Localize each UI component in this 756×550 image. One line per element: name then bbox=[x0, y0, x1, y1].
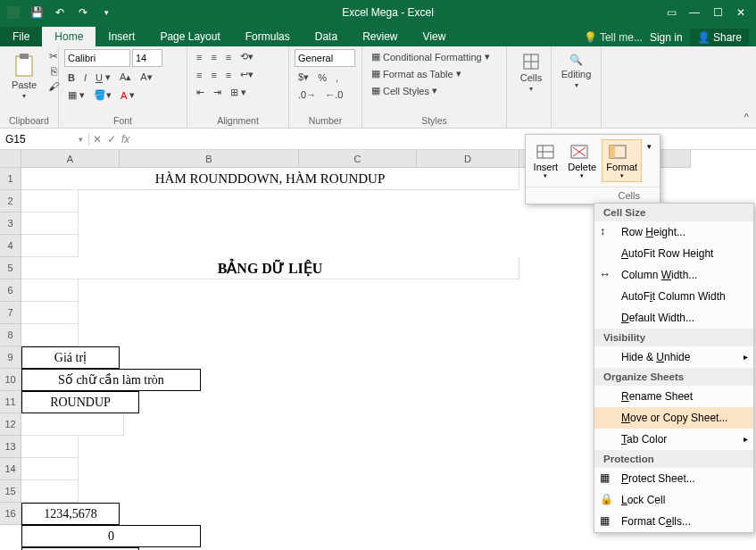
menu-autofit-col[interactable]: AutoFit Column Width bbox=[594, 286, 753, 307]
cell[interactable] bbox=[21, 235, 79, 257]
align-center-icon[interactable]: ≡ bbox=[207, 68, 220, 82]
delete-cells-button[interactable]: Delete▾ bbox=[564, 140, 600, 181]
cell[interactable]: Giá trị bbox=[21, 346, 120, 369]
tab-data[interactable]: Data bbox=[303, 27, 350, 46]
paste-button[interactable]: Paste ▾ bbox=[5, 49, 43, 104]
row-header[interactable]: 7 bbox=[0, 302, 21, 324]
comma-icon[interactable]: , bbox=[332, 71, 342, 85]
cells-dropdown[interactable]: Cells▾ bbox=[512, 49, 550, 96]
row-header[interactable]: 9 bbox=[0, 346, 21, 369]
tab-home[interactable]: Home bbox=[42, 27, 96, 46]
italic-button[interactable]: I bbox=[80, 71, 90, 85]
currency-icon[interactable]: $▾ bbox=[295, 70, 312, 85]
cell[interactable]: Số chữ cần làm tròn bbox=[21, 369, 201, 391]
menu-row-height[interactable]: ↕Row Height... bbox=[594, 221, 753, 243]
menu-column-width[interactable]: ↔Column Width... bbox=[594, 264, 753, 286]
bold-button[interactable]: B bbox=[64, 71, 79, 85]
percent-icon[interactable]: % bbox=[314, 71, 330, 85]
cell[interactable]: 0 bbox=[21, 525, 201, 547]
fill-color-button[interactable]: 🪣▾ bbox=[90, 88, 115, 103]
signin[interactable]: Sign in bbox=[650, 31, 683, 44]
cell[interactable] bbox=[21, 480, 79, 503]
redo-icon[interactable]: ↷ bbox=[73, 3, 93, 22]
underline-button[interactable]: U ▾ bbox=[92, 70, 114, 85]
menu-default-width[interactable]: Default Width... bbox=[594, 307, 753, 329]
enter-formula-icon[interactable]: ✓ bbox=[107, 133, 116, 146]
font-size-select[interactable] bbox=[132, 49, 162, 67]
undo-icon[interactable]: ↶ bbox=[50, 3, 70, 22]
col-header[interactable]: A bbox=[21, 150, 120, 168]
merge-button[interactable]: ⊞ ▾ bbox=[227, 85, 250, 100]
fx-icon[interactable]: fx bbox=[121, 133, 129, 146]
cell[interactable]: ROUNDUP bbox=[21, 391, 139, 413]
save-icon[interactable]: 💾 bbox=[27, 3, 46, 22]
dec-indent-icon[interactable]: ⇤ bbox=[193, 85, 208, 100]
row-header[interactable]: 1 bbox=[0, 168, 21, 190]
tab-pagelayout[interactable]: Page Layout bbox=[147, 27, 232, 46]
font-shrink-icon[interactable]: A▾ bbox=[137, 70, 155, 85]
font-name-select[interactable] bbox=[64, 49, 130, 67]
row-header[interactable]: 10 bbox=[0, 369, 21, 391]
align-right-icon[interactable]: ≡ bbox=[222, 68, 235, 82]
cell[interactable] bbox=[21, 436, 79, 458]
collapse-ribbon-icon[interactable]: ^ bbox=[741, 110, 752, 124]
share-button[interactable]: 👤 Share bbox=[690, 29, 749, 46]
font-color-button[interactable]: A▾ bbox=[117, 88, 138, 103]
align-bot-icon[interactable]: ≡ bbox=[222, 50, 235, 64]
align-top-icon[interactable]: ≡ bbox=[193, 50, 205, 64]
menu-move-copy-sheet[interactable]: Move or Copy Sheet... bbox=[594, 407, 753, 429]
cell[interactable] bbox=[21, 413, 124, 436]
cell[interactable]: 1234,5678 bbox=[21, 503, 120, 525]
maximize-icon[interactable]: ☐ bbox=[706, 1, 729, 24]
row-header[interactable]: 11 bbox=[0, 391, 21, 413]
format-cells-button[interactable]: Format▾ bbox=[602, 140, 641, 181]
editing-dropdown[interactable]: 🔍Editing▾ bbox=[557, 49, 595, 93]
cell[interactable] bbox=[21, 458, 79, 480]
cell[interactable] bbox=[21, 324, 79, 346]
cell-styles-button[interactable]: ▦ Cell Styles ▾ bbox=[368, 83, 441, 98]
orientation-icon[interactable]: ⟲▾ bbox=[237, 49, 257, 64]
name-box[interactable]: G15▾ bbox=[0, 133, 89, 146]
row-header[interactable]: 16 bbox=[0, 503, 21, 525]
close-icon[interactable]: ✕ bbox=[729, 1, 752, 24]
cell[interactable] bbox=[21, 302, 79, 324]
tab-formulas[interactable]: Formulas bbox=[233, 27, 303, 46]
col-header[interactable]: B bbox=[120, 150, 299, 168]
cell[interactable]: HÀM ROUNDDOWN, HÀM ROUNDUP bbox=[21, 168, 519, 190]
cell[interactable] bbox=[21, 212, 79, 235]
row-header[interactable]: 3 bbox=[0, 212, 21, 235]
minimize-icon[interactable]: — bbox=[683, 1, 706, 24]
cell[interactable]: BẢNG DỮ LIỆU bbox=[21, 257, 519, 279]
inc-decimal-icon[interactable]: .0→ bbox=[295, 88, 320, 102]
align-mid-icon[interactable]: ≡ bbox=[207, 50, 220, 64]
menu-protect-sheet[interactable]: ▦Protect Sheet... bbox=[594, 468, 753, 489]
row-header[interactable]: 6 bbox=[0, 279, 21, 302]
conditional-formatting-button[interactable]: ▦ Conditional Formatting ▾ bbox=[368, 49, 494, 64]
row-header[interactable]: 12 bbox=[0, 413, 21, 436]
number-format-select[interactable] bbox=[295, 49, 355, 67]
menu-tab-color[interactable]: Tab Color▸ bbox=[594, 429, 753, 450]
tab-file[interactable]: File bbox=[0, 27, 42, 46]
row-header[interactable]: 2 bbox=[0, 190, 21, 212]
cancel-formula-icon[interactable]: ✕ bbox=[93, 133, 102, 146]
dec-decimal-icon[interactable]: ←.0 bbox=[321, 88, 346, 102]
row-header[interactable]: 5 bbox=[0, 257, 21, 279]
menu-format-cells[interactable]: ▦Format Cells... bbox=[594, 511, 753, 532]
cell[interactable] bbox=[21, 190, 79, 212]
menu-rename-sheet[interactable]: Rename Sheet bbox=[594, 386, 753, 407]
qat-dropdown-icon[interactable]: ▾ bbox=[96, 3, 116, 22]
format-as-table-button[interactable]: ▦ Format as Table ▾ bbox=[368, 66, 465, 81]
col-header[interactable]: D bbox=[417, 150, 519, 168]
menu-autofit-row[interactable]: AutoFit Row Height bbox=[594, 243, 753, 264]
ribbon-options-icon[interactable]: ▭ bbox=[660, 1, 683, 24]
row-header[interactable]: 13 bbox=[0, 436, 21, 458]
tab-insert[interactable]: Insert bbox=[96, 27, 147, 46]
inc-indent-icon[interactable]: ⇥ bbox=[210, 85, 225, 100]
row-header[interactable]: 15 bbox=[0, 480, 21, 503]
cells-more-icon[interactable]: ▾ bbox=[644, 140, 655, 153]
col-header[interactable]: C bbox=[299, 150, 417, 168]
menu-lock-cell[interactable]: 🔒Lock Cell bbox=[594, 489, 753, 511]
tellme[interactable]: 💡 Tell me... bbox=[584, 31, 643, 44]
font-grow-icon[interactable]: A▴ bbox=[116, 70, 135, 85]
wrap-text-icon[interactable]: ↩▾ bbox=[237, 67, 257, 82]
